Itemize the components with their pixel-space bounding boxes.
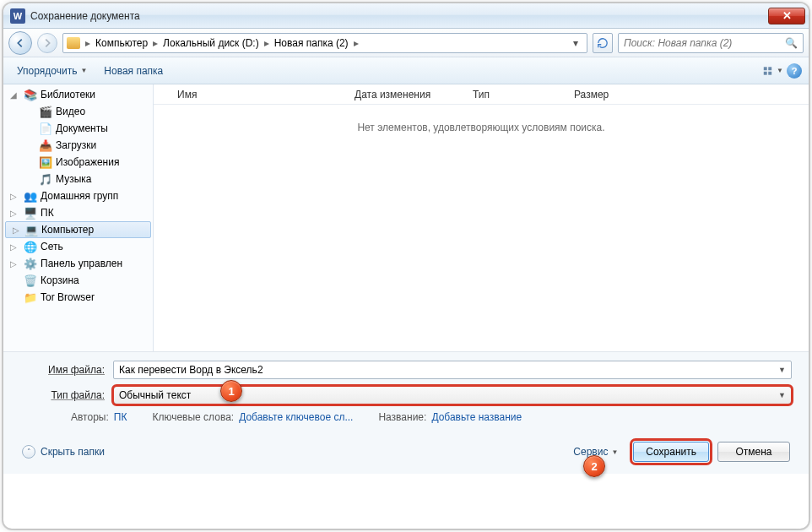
sidebar-item-libraries[interactable]: ◢📚Библиотеки [3,86,153,103]
authors-label: Авторы: [71,411,109,423]
folder-icon [67,37,80,49]
chevron-right-icon: ▸ [84,37,92,49]
breadcrumb-item[interactable]: Локальный диск (D:) [161,37,261,49]
music-icon: 🎵 [39,172,52,186]
hide-folders-button[interactable]: ˄ Скрыть папки [22,445,105,459]
expand-icon[interactable]: ▷ [10,242,17,252]
libraries-icon: 📚 [24,88,37,101]
sidebar: ◢📚Библиотеки 🎬Видео 📄Документы 📥Загрузки… [3,84,154,351]
sidebar-item-downloads[interactable]: 📥Загрузки [3,137,153,154]
close-button[interactable]: ✕ [768,8,805,24]
sidebar-item-pictures[interactable]: 🖼️Изображения [3,154,153,171]
file-list: Имя Дата изменения Тип Размер Нет элемен… [154,84,809,351]
window-title: Сохранение документа [30,10,768,22]
column-name[interactable]: Имя [177,89,355,100]
cancel-button[interactable]: Отмена [717,442,790,462]
navbar: ▸ Компьютер ▸ Локальный диск (D:) ▸ Нова… [3,29,809,57]
sidebar-item-documents[interactable]: 📄Документы [3,120,153,137]
titlebar: W Сохранение документа ✕ [3,3,809,29]
chevron-right-icon: ▸ [151,37,160,49]
sidebar-item-recycle-bin[interactable]: 🗑️Корзина [3,272,153,289]
chevron-down-icon[interactable]: ▼ [778,366,786,374]
sidebar-item-music[interactable]: 🎵Музыка [3,171,153,187]
filename-label: Имя файла: [20,364,113,376]
keywords-label: Ключевые слова: [152,411,234,423]
chevron-down-icon: ▼ [80,67,87,74]
keywords-value[interactable]: Добавьте ключевое сл... [239,411,353,423]
breadcrumb-dropdown[interactable]: ▾ [568,37,583,49]
downloads-icon: 📥 [39,138,52,152]
breadcrumb-item[interactable]: Компьютер [94,37,149,49]
svg-rect-3 [768,71,771,74]
app-icon: W [10,8,25,24]
pc-icon: 🖥️ [24,206,37,220]
sidebar-item-video[interactable]: 🎬Видео [3,103,153,120]
sidebar-item-network[interactable]: ▷🌐Сеть [3,238,153,255]
annotation-marker-1: 1 [220,380,242,402]
sidebar-item-tor[interactable]: 📁Tor Browser [3,289,153,306]
documents-icon: 📄 [39,122,52,135]
expand-icon[interactable]: ▷ [13,225,19,235]
sidebar-item-homegroup[interactable]: ▷👥Домашняя групп [3,187,153,204]
sidebar-item-control-panel[interactable]: ▷⚙️Панель управлен [3,255,153,272]
annotation-marker-2: 2 [583,455,605,477]
search-input[interactable] [624,37,785,49]
control-panel-icon: ⚙️ [24,257,37,270]
sidebar-item-pc[interactable]: ▷🖥️ПК [3,204,153,221]
collapse-icon[interactable]: ◢ [10,90,17,100]
search-icon: 🔍 [785,37,798,49]
nav-forward-button[interactable] [37,33,57,53]
svg-rect-0 [764,67,767,70]
refresh-button[interactable] [593,33,613,53]
form-area: Имя файла: Как перевести Ворд в Эксель2 … [3,352,809,426]
title-meta-value[interactable]: Добавьте название [431,411,522,423]
filetype-value[interactable]: Обычный текст [119,389,191,401]
column-date[interactable]: Дата изменения [355,89,473,100]
folder-icon: 📁 [24,290,37,304]
expand-icon[interactable]: ▷ [10,209,17,218]
chevron-right-icon: ▸ [263,37,271,49]
filetype-label: Тип файла: [20,389,113,401]
chevron-right-icon: ▸ [352,37,360,49]
breadcrumb-item[interactable]: Новая папка (2) [273,37,350,49]
svg-rect-1 [768,67,771,70]
authors-value[interactable]: ПК [114,411,127,423]
chevron-up-icon: ˄ [22,445,35,459]
save-button[interactable]: Сохранить [633,442,709,462]
search-box[interactable]: 🔍 [618,33,804,53]
video-icon: 🎬 [39,105,52,118]
recycle-bin-icon: 🗑️ [24,274,37,287]
expand-icon[interactable]: ▷ [10,259,17,269]
breadcrumb[interactable]: ▸ Компьютер ▸ Локальный диск (D:) ▸ Нова… [62,33,587,53]
filename-field[interactable]: Как перевести Ворд в Эксель2 ▼ [113,361,792,379]
network-icon: 🌐 [24,240,37,253]
homegroup-icon: 👥 [24,189,37,203]
toolbar: Упорядочить▼ Новая папка ▼ ? [3,57,809,84]
filetype-field[interactable]: Обычный текст ▼ [113,386,792,404]
chevron-down-icon[interactable]: ▼ [778,391,786,399]
title-meta-label: Название: [378,411,426,423]
pictures-icon: 🖼️ [39,155,52,169]
organize-button[interactable]: Упорядочить▼ [10,62,94,80]
help-button[interactable]: ? [787,63,802,79]
sidebar-item-computer[interactable]: ▷💻Компьютер [5,221,151,238]
column-size[interactable]: Размер [574,89,641,100]
view-options-button[interactable]: ▼ [763,62,783,80]
filename-value[interactable]: Как перевести Ворд в Эксель2 [119,364,263,376]
computer-icon: 💻 [24,223,38,236]
empty-message: Нет элементов, удовлетворяющих условиям … [154,122,809,133]
column-headers: Имя Дата изменения Тип Размер [154,84,809,105]
nav-back-button[interactable] [8,31,32,55]
new-folder-button[interactable]: Новая папка [97,62,170,80]
column-type[interactable]: Тип [473,89,574,100]
button-bar: ˄ Скрыть папки Сервис▼ Сохранить Отмена [3,426,809,474]
chevron-down-icon: ▼ [611,448,618,456]
expand-icon[interactable]: ▷ [10,192,17,201]
svg-rect-2 [764,71,767,74]
